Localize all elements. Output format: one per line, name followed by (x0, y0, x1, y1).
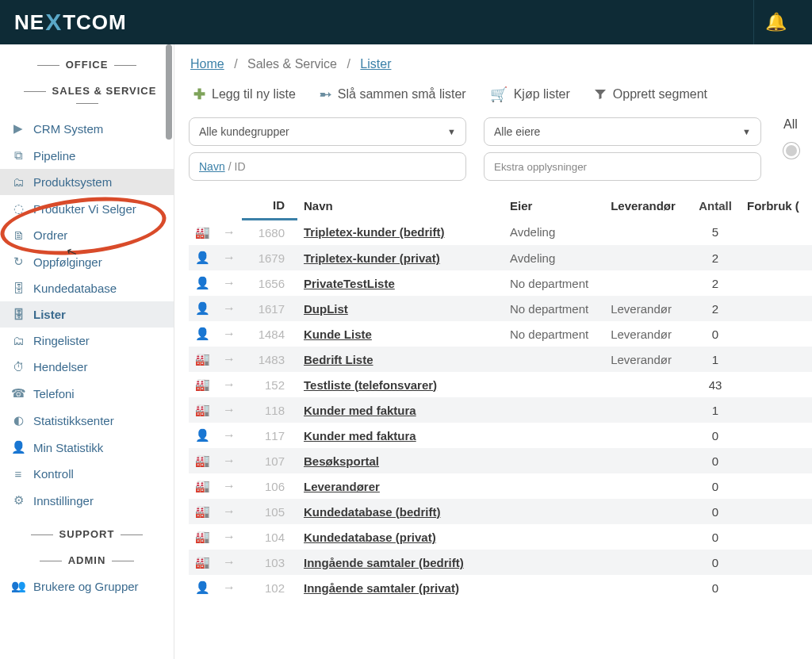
table-row[interactable]: 🏭→118Kunder med faktura1 (189, 397, 812, 423)
sidebar-item-statistikksenter[interactable]: ◐Statistikksenter (0, 407, 174, 434)
sidebar-item-lister[interactable]: 🗄Lister (0, 301, 174, 328)
table-row[interactable]: 🏭→1483Bedrift ListeLeverandør1 (189, 347, 812, 372)
toolbar-icon: 🛒 (490, 86, 508, 103)
sidebar-item-min-statistikk[interactable]: 👤Min Statistikk (0, 434, 174, 461)
list-name-link[interactable]: Inngående samtaler (bedrift) (304, 556, 464, 569)
cell-eier (504, 347, 604, 372)
sidebar-item-produktsystem[interactable]: 🗂Produktsystem (0, 169, 174, 195)
table-row[interactable]: 🏭→104Kundedatabase (privat)0 (189, 524, 812, 550)
sidebar-item-label: Ringelister (33, 334, 90, 347)
notifications-icon[interactable]: 🔔 (753, 0, 798, 44)
arrow-icon: → (216, 245, 242, 270)
crumb-leaf[interactable]: Lister (360, 57, 391, 71)
list-name-link[interactable]: Kunder med faktura (304, 429, 416, 443)
sidebar-icon: ⏱ (11, 360, 25, 374)
toolbar-slå-sammen-små-lister[interactable]: ➸Slå sammen små lister (320, 86, 466, 103)
cell-lev (604, 245, 690, 270)
sidebar-item-label: Min Statistikk (33, 441, 103, 454)
input-ekstra[interactable] (484, 152, 761, 181)
table-row[interactable]: 🏭→105Kundedatabase (bedrift)0 (189, 499, 812, 524)
sidebar-item-oppfølginger[interactable]: ↻Oppfølginger (0, 248, 174, 275)
list-name-link[interactable]: Kundedatabase (privat) (304, 531, 436, 544)
list-name-link[interactable]: Kundedatabase (bedrift) (304, 505, 441, 519)
sidebar-item-pipeline[interactable]: ⧉Pipeline (0, 142, 174, 169)
list-name-link[interactable]: Tripletex-kunder (bedrift) (304, 225, 445, 239)
cell-id: 1483 (242, 347, 297, 372)
arrow-icon: → (216, 499, 242, 524)
cell-eier: Avdeling (504, 220, 604, 246)
col-eier[interactable]: Eier (504, 192, 604, 220)
cell-eier (504, 372, 604, 397)
col-antall[interactable]: Antall (690, 192, 741, 220)
toolbar-opprett-segment[interactable]: Opprett segment (594, 86, 707, 103)
list-name-link[interactable]: DupList (304, 302, 348, 316)
col-id[interactable]: ID (242, 192, 297, 220)
sidebar-item-ringelister[interactable]: 🗂Ringelister (0, 328, 174, 354)
sidebar-item-hendelser[interactable]: ⏱Hendelser (0, 354, 174, 380)
filter-all-label: All (783, 117, 798, 132)
table-row[interactable]: 🏭→106Leverandører0 (189, 473, 812, 499)
table-row[interactable]: 👤→1679Tripletex-kunder (privat)Avdeling2 (189, 245, 812, 270)
table-row[interactable]: 👤→1617DupListNo departmentLeverandør2 (189, 296, 812, 321)
radio-all[interactable] (783, 143, 799, 159)
list-name-link[interactable]: Besøksportal (304, 454, 379, 468)
toolbar-icon: ✚ (193, 86, 205, 103)
input-navn-id[interactable]: Navn / ID (189, 152, 466, 181)
crumb-home[interactable]: Home (190, 57, 224, 71)
select-kundegrupper[interactable]: Alle kundegrupper▼ (189, 117, 466, 146)
list-name-link[interactable]: Testliste (telefonsvarer) (304, 378, 437, 392)
toolbar-icon: ➸ (320, 86, 331, 103)
sidebar-item-produkter-vi-selger[interactable]: ◌Produkter Vi Selger (0, 195, 174, 222)
sidebar-item-kundedatabase[interactable]: 🗄Kundedatabase (0, 275, 174, 301)
list-name-link[interactable]: Kunde Liste (304, 328, 372, 341)
sidebar-item-label: Ordrer (33, 228, 67, 242)
sidebar-item-ordrer[interactable]: 🗎Ordrer (0, 222, 174, 248)
col-navn[interactable]: Navn (297, 192, 504, 220)
toolbar-legg-til-ny-liste[interactable]: ✚Legg til ny liste (193, 86, 296, 103)
section-support: SUPPORT (0, 528, 174, 540)
cell-eier: No department (504, 270, 604, 296)
table-row[interactable]: 👤→1656PrivateTestListeNo department2 (189, 270, 812, 296)
table-row[interactable]: 🏭→152Testliste (telefonsvarer)43 (189, 372, 812, 397)
sidebar-item-telefoni[interactable]: ☎Telefoni (0, 380, 174, 407)
app-header: NEXTCOM 🔔 (0, 0, 812, 44)
cell-eier (504, 397, 604, 423)
arrow-icon: → (216, 296, 242, 321)
list-name-link[interactable]: Tripletex-kunder (privat) (304, 251, 440, 265)
breadcrumb: Home / Sales & Service / Lister (189, 52, 812, 82)
list-name-link[interactable]: Inngående samtaler (privat) (304, 581, 459, 595)
list-name-link[interactable]: Leverandører (304, 480, 380, 493)
sidebar-item-kontroll[interactable]: ≡Kontroll (0, 461, 174, 487)
list-name-link[interactable]: PrivateTestListe (304, 277, 395, 290)
col-lev[interactable]: Leverandør (604, 192, 690, 220)
table-row[interactable]: 👤→102Inngående samtaler (privat)0 (189, 575, 812, 600)
list-name-link[interactable]: Bedrift Liste (304, 353, 373, 366)
table-row[interactable]: 👤→117Kunder med faktura0 (189, 423, 812, 448)
cell-id: 1656 (242, 270, 297, 296)
crumb-section: Sales & Service (247, 57, 337, 71)
cell-lev: Leverandør (604, 296, 690, 321)
cell-antall: 0 (690, 473, 741, 499)
col-forbruk[interactable]: Forbruk ( (741, 192, 812, 220)
table-row[interactable]: 🏭→103Inngående samtaler (bedrift)0 (189, 550, 812, 575)
sidebar-item-brukere-og-grupper[interactable]: 👥Brukere og Grupper (0, 573, 174, 600)
sidebar-item-crm-system[interactable]: ▶CRM System (0, 115, 174, 142)
sidebar-item-innstillinger[interactable]: ⚙Innstillinger (0, 487, 174, 514)
sidebar: ↖ OFFICE SALES & SERVICE ▶CRM System⧉Pip… (0, 44, 174, 659)
person-icon: 👤 (195, 428, 210, 442)
table-row[interactable]: 🏭→107Besøksportal0 (189, 448, 812, 473)
cell-id: 105 (242, 499, 297, 524)
sidebar-item-label: Telefoni (33, 387, 75, 400)
table-row[interactable]: 👤→1484Kunde ListeNo departmentLeverandør… (189, 321, 812, 347)
list-name-link[interactable]: Kunder med faktura (304, 404, 416, 417)
cell-lev (604, 448, 690, 473)
building-icon: 🏭 (195, 530, 210, 543)
cell-antall: 0 (690, 321, 741, 347)
cell-id: 104 (242, 524, 297, 550)
table-row[interactable]: 🏭→1680Tripletex-kunder (bedrift)Avdeling… (189, 220, 812, 246)
toolbar-kjøp-lister[interactable]: 🛒Kjøp lister (490, 86, 570, 103)
sidebar-icon: ↻ (11, 255, 25, 269)
select-eiere[interactable]: Alle eiere▼ (484, 117, 761, 146)
arrow-icon: → (216, 347, 242, 372)
filter-row: Alle kundegrupper▼ Navn / ID Alle eiere▼… (189, 117, 812, 181)
